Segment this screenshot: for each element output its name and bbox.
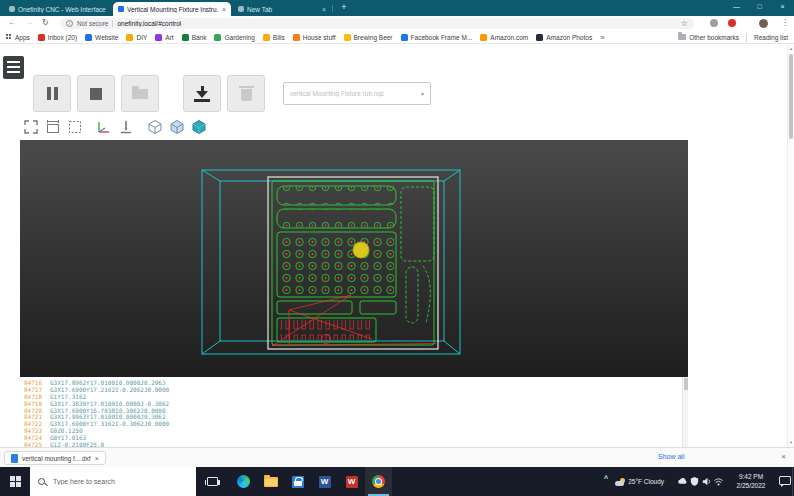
taskbar-file-explorer-icon[interactable] xyxy=(257,467,284,496)
app-menu-button[interactable] xyxy=(3,56,24,79)
tab-favicon-onefinity xyxy=(9,6,15,12)
show-all-downloads-button[interactable]: Show all xyxy=(658,453,684,460)
wireframe-view-icon[interactable] xyxy=(146,119,163,136)
bookmark-item[interactable]: Website xyxy=(85,34,118,41)
gcode-line: 84721G3X17.9963Y17.0100I0.0000J0.3062 xyxy=(20,411,688,418)
reload-button[interactable]: ↻ xyxy=(42,18,49,27)
clock-time: 9:42 PM xyxy=(726,472,776,481)
shaded-view-icon[interactable] xyxy=(168,119,185,136)
extension-icon[interactable] xyxy=(710,19,718,27)
taskbar-search-input[interactable] xyxy=(51,477,171,486)
other-bookmarks-button[interactable]: Other bookmarks xyxy=(678,34,739,41)
clock-date: 2/25/2022 xyxy=(726,481,776,490)
hidden-icons-chevron[interactable]: ^ xyxy=(604,475,608,482)
windows-taskbar: W W ^ 25°F Cloudy 9:42 PM 2/25/2022 xyxy=(0,467,794,496)
bookmark-star-icon[interactable]: ☆ xyxy=(681,20,688,28)
clock[interactable]: 9:42 PM 2/25/2022 xyxy=(726,472,776,490)
stop-button[interactable] xyxy=(77,75,115,112)
pause-button[interactable] xyxy=(33,75,71,112)
tab-close-icon[interactable]: × xyxy=(222,6,226,13)
show-dimensions-icon[interactable] xyxy=(44,119,61,136)
tab-separator xyxy=(332,5,333,12)
scroll-up-icon[interactable]: ▲ xyxy=(788,46,794,51)
page-scrollbar-thumb[interactable] xyxy=(789,54,793,139)
show-tool-icon[interactable] xyxy=(117,119,134,136)
forward-button[interactable]: → xyxy=(25,18,33,27)
new-tab-button[interactable]: + xyxy=(338,2,350,14)
toolpath-3d-view[interactable] xyxy=(20,140,688,377)
speaker-icon[interactable] xyxy=(701,476,712,487)
gcode-console[interactable]: 84716G3X17.8962Y17.0100I0.0000J0.2963 84… xyxy=(20,377,688,447)
taskbar-chrome-icon[interactable] xyxy=(365,467,392,496)
gcode-file-select[interactable]: vertical Mounting Fixture rub.ngc ▾ xyxy=(283,82,431,105)
bookmark-item[interactable]: Amazon Photos xyxy=(536,34,592,41)
fit-view-icon[interactable] xyxy=(22,119,39,136)
network-icon[interactable] xyxy=(713,476,724,487)
bookmark-item[interactable]: Amazon.com xyxy=(480,34,528,41)
page-scrollbar[interactable]: ▲ ▼ xyxy=(787,44,794,447)
omnibox[interactable]: i Not secure onefinity.local/#control ☆ xyxy=(60,18,694,29)
apps-shortcut[interactable]: Apps xyxy=(6,34,30,41)
download-chip[interactable]: vertical mounting f....dxf × xyxy=(4,451,106,465)
start-button[interactable] xyxy=(0,467,30,496)
browser-menu-icon[interactable]: ⋮ xyxy=(781,18,789,27)
taskbar-red-app-icon[interactable]: W xyxy=(338,467,365,496)
weather-widget[interactable]: 25°F Cloudy xyxy=(615,467,664,496)
extension-icon-red[interactable] xyxy=(728,19,736,27)
maximize-button[interactable]: □ xyxy=(748,0,771,15)
show-bounds-icon[interactable] xyxy=(66,119,83,136)
search-icon xyxy=(38,478,45,485)
bookmark-item[interactable]: House stuff xyxy=(293,34,336,41)
tab-new-tab[interactable]: New Tab × xyxy=(233,2,331,16)
bookmark-item[interactable]: Bank xyxy=(182,34,207,41)
bookmarks-overflow-icon[interactable]: » xyxy=(600,33,604,42)
close-window-button[interactable]: × xyxy=(771,0,794,15)
taskbar-store-icon[interactable] xyxy=(284,467,311,496)
reading-list-button[interactable]: Reading list xyxy=(754,34,788,41)
back-button[interactable]: ← xyxy=(8,18,16,27)
red-app-icon: W xyxy=(346,476,358,488)
url-text[interactable]: onefinity.local/#control xyxy=(117,20,676,27)
bookmark-favicon xyxy=(401,34,408,41)
tab-close-icon[interactable]: × xyxy=(322,6,326,13)
open-file-button[interactable] xyxy=(121,75,159,112)
bookmark-item[interactable]: Gardening xyxy=(214,34,254,41)
close-downloads-bar-icon[interactable]: × xyxy=(781,452,786,461)
security-shield-icon[interactable] xyxy=(689,476,700,487)
gcode-scrollbar[interactable] xyxy=(682,377,688,447)
solid-view-icon[interactable] xyxy=(190,119,207,136)
taskbar-search[interactable] xyxy=(30,467,196,496)
bookmark-favicon xyxy=(126,34,133,41)
toolpath-viewport[interactable] xyxy=(20,140,688,377)
onedrive-icon[interactable] xyxy=(677,476,688,487)
tab-title: Onefinity CNC - Web Interface xyxy=(18,6,106,13)
dismiss-download-icon[interactable]: × xyxy=(95,455,99,462)
gcode-scrollbar-thumb[interactable] xyxy=(684,378,688,390)
hole-grid xyxy=(279,235,394,294)
tab-onefinity[interactable]: Onefinity CNC - Web Interface xyxy=(4,2,111,16)
gcode-line: 84722G3X17.6900Y17.3162I-0.3062J0.0000 xyxy=(20,418,688,425)
site-info-icon[interactable]: i xyxy=(66,20,73,27)
bookmark-item[interactable]: Inbox (20) xyxy=(38,34,77,41)
scroll-down-icon[interactable]: ▼ xyxy=(788,440,794,445)
taskbar-word-icon[interactable]: W xyxy=(311,467,338,496)
bookmark-item[interactable]: Facebook Frame M... xyxy=(401,34,473,41)
bookmark-item[interactable]: DIY xyxy=(126,34,147,41)
trash-icon xyxy=(241,89,252,101)
bookmark-item[interactable]: Bills xyxy=(263,34,285,41)
tab-vertical-fixture[interactable]: Vertical Mounting Fixture Instru... × xyxy=(113,2,231,16)
action-center-icon[interactable] xyxy=(779,476,791,485)
delete-file-button[interactable] xyxy=(227,75,265,112)
view-toolbar xyxy=(22,117,207,137)
upload-gcode-button[interactable] xyxy=(183,75,221,112)
bookmark-item[interactable]: Art xyxy=(155,34,173,41)
bookmark-item[interactable]: Brewing Beer xyxy=(344,34,393,41)
task-view-button[interactable] xyxy=(198,467,226,496)
windows-logo-icon xyxy=(10,476,21,487)
gcode-line: 84725G1Z-0.2100F25.0 xyxy=(20,439,688,446)
show-axes-icon[interactable] xyxy=(95,119,112,136)
minimize-button[interactable]: — xyxy=(725,0,748,15)
apps-grid-icon xyxy=(6,34,12,40)
profile-avatar[interactable] xyxy=(759,19,768,28)
taskbar-edge-icon[interactable] xyxy=(230,467,257,496)
